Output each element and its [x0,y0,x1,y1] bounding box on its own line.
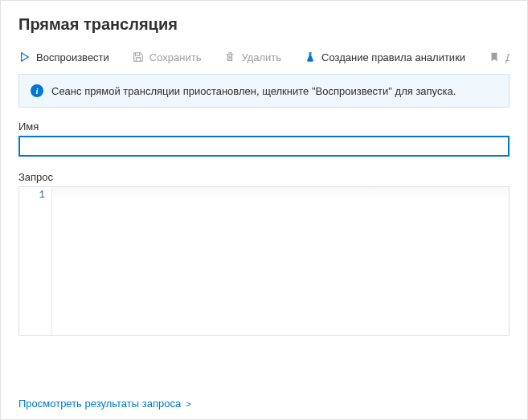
play-button[interactable]: Воспроизвести [18,51,109,63]
view-results-label: Просмотреть результаты запроса [18,398,181,410]
editor-gutter: 1 [19,187,51,335]
play-label: Воспроизвести [36,51,109,63]
add-button[interactable]: Доба [488,51,510,63]
line-number: 1 [23,190,45,201]
delete-label: Удалить [241,51,281,63]
code-area[interactable] [51,187,509,335]
name-field-label: Имя [18,120,510,133]
play-icon [18,51,31,63]
name-input[interactable] [18,136,510,157]
save-button[interactable]: Сохранить [132,51,202,63]
save-label: Сохранить [149,51,202,63]
info-icon: i [31,84,43,97]
create-rule-button[interactable]: Создание правила аналитики [304,51,465,63]
create-rule-label: Создание правила аналитики [321,51,465,63]
chevron-right-icon: > [186,399,190,409]
view-results-link[interactable]: Просмотреть результаты запроса > [18,398,510,410]
save-icon [132,51,145,63]
query-field-label: Запрос [18,171,510,183]
page-title: Прямая трансляция [18,15,510,34]
flask-icon [304,51,317,63]
info-banner: i Сеанс прямой трансляции приостановлен,… [18,74,510,108]
bookmark-icon [488,51,501,63]
delete-button[interactable]: Удалить [223,51,281,63]
query-editor[interactable]: 1 [18,186,510,336]
add-label: Доба [505,51,510,63]
info-message: Сеанс прямой трансляции приостановлен, щ… [51,85,456,97]
trash-icon [223,51,236,63]
toolbar: Воспроизвести Сохранить Удалить Создание… [18,50,510,64]
